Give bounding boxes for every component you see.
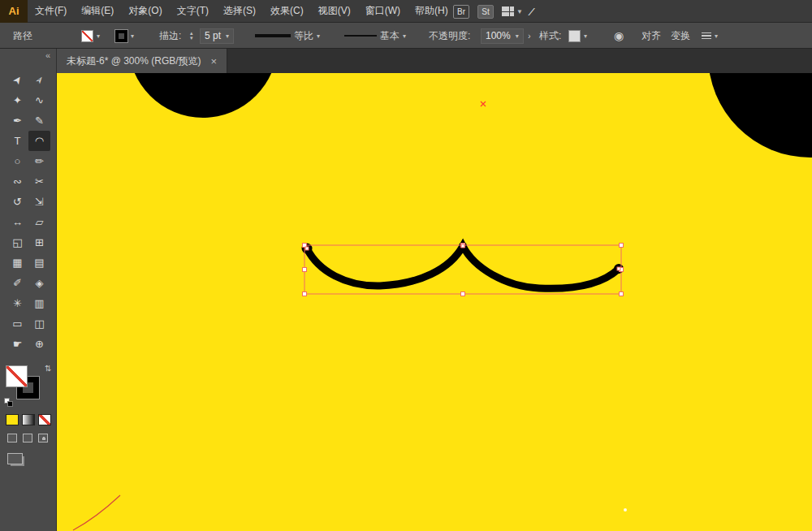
- draw-normal-icon[interactable]: [7, 434, 17, 442]
- slice-tool-icon: ◫: [34, 317, 44, 330]
- app-logo: Ai: [0, 0, 28, 23]
- color-button[interactable]: [6, 414, 19, 425]
- lasso-tool[interactable]: ∿: [28, 90, 50, 110]
- anchor-point-peak[interactable]: [461, 244, 464, 248]
- chevron-down-icon: ▾: [131, 32, 134, 40]
- handle-bottom-mid[interactable]: [461, 292, 465, 296]
- stroke-color-dropdown[interactable]: ▾: [115, 23, 134, 49]
- magic-wand-tool[interactable]: ✦: [6, 90, 28, 110]
- fill-proxy-swatch[interactable]: [6, 365, 28, 387]
- hand-tool[interactable]: ☛: [6, 334, 28, 354]
- symbol-sprayer-tool-icon: ✳: [13, 297, 22, 309]
- menu-item-3[interactable]: 文字(T): [170, 0, 216, 23]
- tools-grid: ➤➢✦∿✒✎T◠○✏∾✂↺⇲↔▱◱⊞▦▤✐◈✳▥▭◫☛⊕: [6, 70, 50, 354]
- scissors-tool[interactable]: ✂: [28, 171, 50, 192]
- artboard-canvas[interactable]: [57, 73, 812, 531]
- swap-fill-stroke-icon[interactable]: ⇄: [43, 365, 52, 371]
- draw-inside-icon[interactable]: [38, 434, 48, 442]
- artboard-tool-icon: ▭: [12, 317, 22, 330]
- handle-bottom-left[interactable]: [303, 292, 307, 296]
- blend-tool-icon: ◈: [36, 277, 44, 289]
- none-button[interactable]: [38, 414, 51, 425]
- symbol-sprayer-tool[interactable]: ✳: [6, 293, 28, 313]
- stroke-weight-stepper[interactable]: ▴▾: [190, 23, 193, 49]
- gradient-button[interactable]: [22, 414, 35, 425]
- magic-wand-tool-icon: ✦: [13, 94, 22, 106]
- artboard-background[interactable]: [57, 73, 812, 531]
- menu-item-2[interactable]: 对象(O): [121, 0, 169, 23]
- close-tab-button[interactable]: ×: [211, 55, 218, 67]
- pencil-tool[interactable]: ✎: [28, 110, 50, 131]
- menu-item-8[interactable]: 帮助(H): [408, 0, 456, 23]
- style-dropdown[interactable]: ▾: [568, 23, 587, 49]
- gradient-tool[interactable]: ▤: [28, 253, 50, 273]
- paintbrush-tool-icon: ✏: [35, 155, 44, 167]
- free-transform-tool[interactable]: ▱: [28, 212, 50, 232]
- fill-color-dropdown[interactable]: ▾: [81, 23, 100, 49]
- column-graph-tool[interactable]: ▥: [28, 293, 50, 313]
- artboard-tool[interactable]: ▭: [6, 313, 28, 334]
- pencil-tool-icon: ✎: [35, 114, 44, 127]
- chevron-down-icon: ▾: [516, 32, 519, 40]
- anchor-point-left[interactable]: [305, 247, 309, 250]
- width-tool[interactable]: ↔: [6, 212, 28, 232]
- bridge-button[interactable]: Br: [453, 5, 469, 19]
- handle-bottom-right[interactable]: [620, 292, 624, 296]
- menu-item-1[interactable]: 编辑(E): [74, 0, 121, 23]
- perspective-grid-tool[interactable]: ⊞: [28, 232, 50, 253]
- eyedropper-tool[interactable]: ✐: [6, 273, 28, 293]
- panel-options-button[interactable]: ▾: [702, 23, 718, 49]
- ellipse-tool[interactable]: ○: [6, 151, 28, 171]
- screen-mode-button[interactable]: [7, 453, 23, 464]
- column-graph-tool-icon: ▥: [34, 297, 44, 309]
- slice-tool[interactable]: ◫: [28, 313, 50, 334]
- stock-button[interactable]: St: [477, 5, 494, 19]
- shape-builder-tool[interactable]: ◱: [6, 232, 28, 253]
- fill-stroke-proxy: ⇄: [6, 365, 51, 409]
- width-profile-dropdown[interactable]: 等比 ▾: [255, 23, 320, 49]
- default-fill-stroke-icon[interactable]: [4, 398, 14, 408]
- curvature-tool-icon: ◠: [35, 135, 44, 147]
- brush-definition-dropdown[interactable]: 基本 ▾: [344, 23, 406, 49]
- opacity-dropdown[interactable]: 100% ▾: [481, 23, 524, 49]
- handle-mid-left[interactable]: [303, 268, 307, 272]
- align-button[interactable]: 对齐: [641, 23, 661, 49]
- chevron-down-icon: ▾: [97, 32, 100, 40]
- menu-item-4[interactable]: 选择(S): [216, 0, 263, 23]
- collapse-panel-button[interactable]: «: [45, 50, 50, 60]
- recolor-artwork-button[interactable]: ◉: [614, 23, 624, 49]
- anchor-point-right[interactable]: [617, 267, 620, 270]
- shaper-tool-icon: ∾: [13, 175, 22, 188]
- document-tab[interactable]: 未标题-6* @ 300% (RGB/预览) ×: [57, 49, 227, 73]
- scale-tool[interactable]: ⇲: [28, 192, 50, 212]
- ellipse-tool-icon: ○: [15, 155, 21, 167]
- zoom-tool[interactable]: ⊕: [28, 334, 50, 354]
- stepper-arrows-icon: ▴▾: [190, 31, 193, 41]
- opacity-panel-button[interactable]: ›: [528, 23, 531, 49]
- stroke-weight-dropdown[interactable]: 5 pt ▾: [200, 23, 234, 49]
- menu-item-5[interactable]: 效果(C): [263, 0, 311, 23]
- paintbrush-tool[interactable]: ✏: [28, 151, 50, 171]
- chevron-down-icon: ▾: [226, 32, 229, 40]
- opacity-label: 不透明度:: [429, 23, 470, 49]
- curvature-tool[interactable]: ◠: [28, 131, 50, 151]
- transform-button[interactable]: 变换: [671, 23, 690, 49]
- direct-selection-tool-icon: ➢: [32, 73, 47, 88]
- rotate-tool[interactable]: ↺: [6, 192, 28, 212]
- direct-selection-tool[interactable]: ➢: [28, 70, 50, 90]
- menu-item-0[interactable]: 文件(F): [28, 0, 74, 23]
- pen-tool[interactable]: ✒: [6, 110, 28, 131]
- mesh-tool[interactable]: ▦: [6, 253, 28, 273]
- draw-behind-icon[interactable]: [23, 434, 32, 442]
- chevron-down-icon: ▾: [715, 32, 718, 40]
- menu-item-6[interactable]: 视图(V): [311, 0, 358, 23]
- menu-item-7[interactable]: 窗口(W): [358, 0, 408, 23]
- blend-tool[interactable]: ◈: [28, 273, 50, 293]
- menu-bar: Ai 文件(F)编辑(E)对象(O)文字(T)选择(S)效果(C)视图(V)窗口…: [0, 0, 812, 23]
- workspace-switcher[interactable]: ▼: [502, 6, 523, 16]
- shape-builder-tool-icon: ◱: [12, 236, 22, 248]
- shaper-tool[interactable]: ∾: [6, 171, 28, 192]
- handle-top-right[interactable]: [620, 244, 624, 248]
- type-tool[interactable]: T: [6, 131, 28, 151]
- selection-tool[interactable]: ➤: [6, 70, 28, 90]
